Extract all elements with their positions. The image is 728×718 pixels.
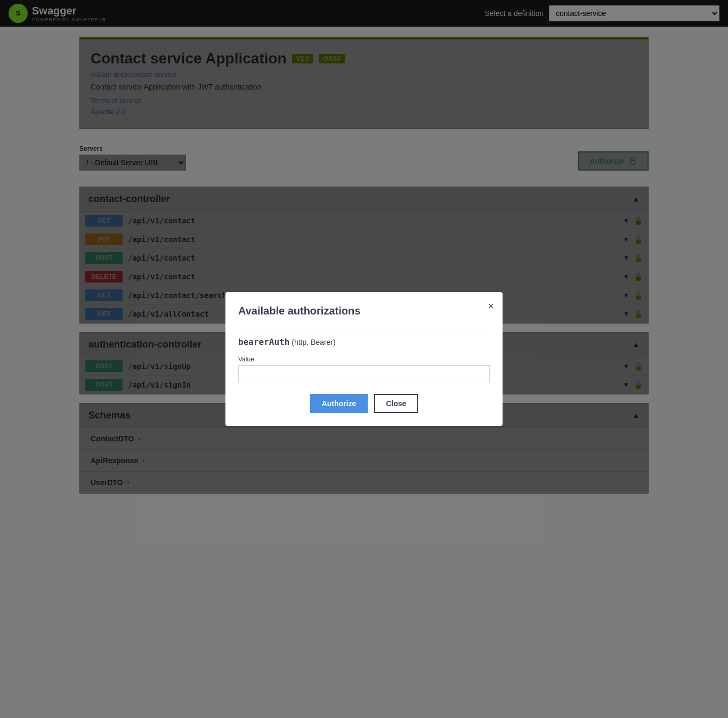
- bearer-auth-section: bearerAuth (http, Bearer) Value:: [238, 337, 490, 383]
- value-label: Value:: [238, 356, 490, 363]
- modal-title: Available authorizations: [238, 305, 490, 317]
- modal: Available authorizations × bearerAuth (h…: [225, 292, 503, 426]
- modal-close-button[interactable]: ×: [488, 301, 494, 311]
- modal-divider: [238, 328, 490, 328]
- value-input[interactable]: [238, 365, 490, 383]
- bearer-auth-name: bearerAuth: [238, 337, 289, 347]
- modal-close-btn[interactable]: Close: [374, 394, 418, 413]
- modal-authorize-button[interactable]: Authorize: [310, 394, 368, 413]
- modal-overlay[interactable]: Available authorizations × bearerAuth (h…: [0, 0, 728, 513]
- bearer-auth-type: (http, Bearer): [292, 338, 335, 346]
- modal-actions: Authorize Close: [238, 394, 490, 413]
